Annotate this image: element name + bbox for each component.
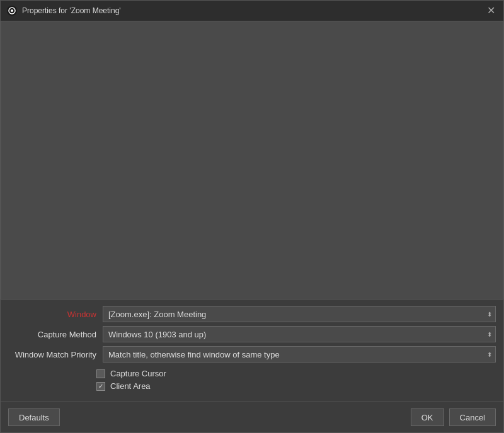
checkboxes-area: Capture Cursor Client Area (1, 366, 503, 396)
title-bar: Properties for 'Zoom Meeting' ✕ (1, 1, 503, 21)
preview-area (1, 21, 503, 300)
footer: Defaults OK Cancel (1, 402, 503, 432)
window-match-priority-label: Window Match Priority (8, 350, 96, 359)
window-match-priority-select-wrapper: Match title, otherwise find window of sa… (103, 346, 496, 363)
capture-method-label: Capture Method (8, 330, 96, 339)
dialog: Properties for 'Zoom Meeting' ✕ Window [… (0, 0, 504, 433)
dialog-title: Properties for 'Zoom Meeting' (22, 6, 121, 15)
client-area-checkbox[interactable] (96, 382, 105, 391)
capture-cursor-checkbox[interactable] (96, 369, 105, 378)
ok-button[interactable]: OK (411, 408, 444, 426)
capture-method-select-wrapper: Windows 10 (1903 and up) ⬍ (103, 326, 496, 342)
cancel-button[interactable]: Cancel (449, 408, 496, 426)
title-bar-left: Properties for 'Zoom Meeting' (7, 6, 121, 16)
client-area-row: Client Area (96, 381, 496, 391)
client-area-label: Client Area (110, 381, 151, 391)
capture-method-select[interactable]: Windows 10 (1903 and up) (103, 326, 496, 342)
capture-method-row: Capture Method Windows 10 (1903 and up) … (1, 326, 503, 342)
window-match-priority-row: Window Match Priority Match title, other… (1, 346, 503, 363)
window-select-wrapper: [Zoom.exe]: Zoom Meeting ⬍ (103, 306, 496, 322)
window-match-priority-select[interactable]: Match title, otherwise find window of sa… (103, 346, 496, 363)
close-button[interactable]: ✕ (484, 4, 497, 17)
svg-point-1 (11, 9, 13, 12)
obs-logo-icon (8, 7, 16, 14)
capture-cursor-label: Capture Cursor (110, 369, 166, 378)
app-icon (7, 6, 17, 16)
window-label: Window (8, 310, 96, 319)
controls-area: Window [Zoom.exe]: Zoom Meeting ⬍ Captur… (1, 300, 503, 402)
defaults-button[interactable]: Defaults (8, 408, 60, 426)
window-select[interactable]: [Zoom.exe]: Zoom Meeting (103, 306, 496, 322)
footer-right: OK Cancel (411, 408, 496, 426)
capture-cursor-row: Capture Cursor (96, 369, 496, 378)
window-row: Window [Zoom.exe]: Zoom Meeting ⬍ (1, 306, 503, 322)
